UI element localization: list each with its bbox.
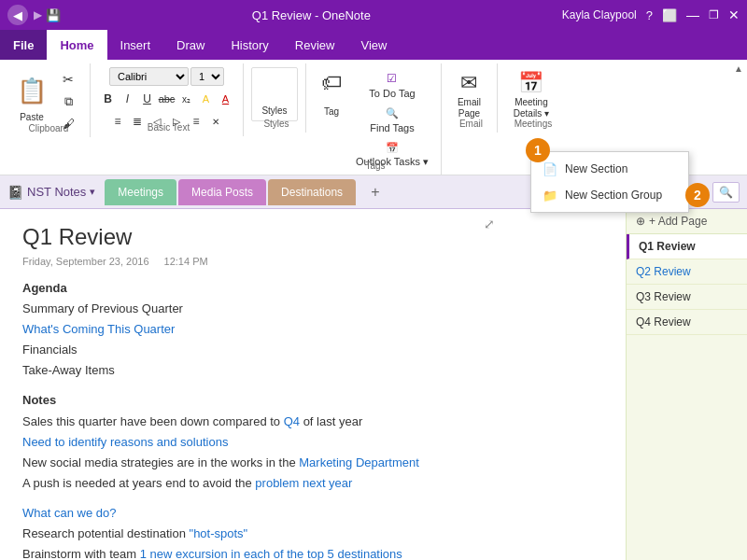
callout-1: 1 — [526, 138, 550, 162]
add-page-label: + Add Page — [649, 215, 707, 228]
italic-button[interactable]: I — [119, 90, 137, 108]
page-date-day: Friday, September 23, 2016 — [22, 256, 149, 267]
tag-button[interactable]: 🏷 Tag — [314, 67, 349, 121]
main-area: ⤢ Q1 Review Friday, September 23, 2016 1… — [0, 209, 747, 560]
notebook-name[interactable]: 📓 NST Notes ▾ — [7, 185, 95, 200]
section-dropdown-menu: 📄 New Section 📁 New Section Group — [530, 151, 689, 213]
ribbon-collapse-button[interactable]: ▲ — [734, 63, 743, 74]
back-button[interactable]: ◀ — [7, 5, 28, 25]
menu-insert[interactable]: Insert — [107, 30, 164, 60]
subscript-button[interactable]: x₂ — [177, 90, 196, 108]
section-tab-destinations[interactable]: Destinations — [268, 179, 356, 205]
font-size-selector[interactable]: 11 — [190, 67, 224, 86]
new-section-item[interactable]: 📄 New Section — [531, 156, 688, 182]
meeting-details-button[interactable]: 📅 Meeting Details ▾ — [505, 67, 557, 123]
styles-button[interactable]: Styles — [251, 67, 298, 121]
font-color-button[interactable]: A — [217, 90, 235, 108]
notes-label: Notes — [22, 390, 603, 411]
styles-group: Styles Styles — [247, 63, 306, 133]
search-icon: 🔍 — [719, 186, 733, 199]
search-bar[interactable]: 🔍 — [712, 182, 740, 203]
page-date: Friday, September 23, 2016 12:14 PM — [22, 256, 603, 267]
agenda-label: Agenda — [22, 278, 603, 299]
clipboard-group: 📋 Paste ✂ ⧉ 🖌 Clipboard — [7, 63, 91, 137]
notes-line-1: Sales this quarter have been down compar… — [22, 412, 603, 432]
todo-tag-button[interactable]: ☑ To Do Tag — [351, 69, 433, 102]
page-body: Agenda Summary of Previous Quarter What'… — [22, 278, 603, 560]
title-bar-left: ◀ ▶ 💾 — [7, 5, 61, 25]
add-section-button[interactable]: + — [358, 179, 392, 205]
new-section-label: New Section — [565, 162, 627, 175]
page-content: ⤢ Q1 Review Friday, September 23, 2016 1… — [0, 209, 626, 560]
menu-draw[interactable]: Draw — [163, 30, 218, 60]
bold-button[interactable]: B — [99, 90, 118, 108]
email-group: ✉ Email Page Email — [445, 63, 498, 133]
question-line: What can we do? — [22, 503, 603, 524]
add-page-button[interactable]: ⊕ + Add Page — [627, 209, 747, 234]
pages-panel: ⊕ + Add Page Q1 Review Q2 Review Q3 Revi… — [626, 209, 747, 560]
body-line-2: What's Coming This Quarter — [22, 319, 603, 340]
restore-button[interactable]: ❐ — [709, 8, 719, 21]
page-date-time: 12:14 PM — [164, 256, 208, 267]
section-tab-meetings[interactable]: Meetings — [105, 179, 176, 205]
page-item-q1[interactable]: Q1 Review — [627, 234, 747, 259]
menu-review[interactable]: Review — [282, 30, 348, 60]
find-tags-button[interactable]: 🔍 Find Tags — [351, 105, 433, 136]
page-item-q3[interactable]: Q3 Review — [627, 285, 747, 310]
title-bar: ◀ ▶ 💾 Q1 Review - OneNote Kayla Claypool… — [0, 0, 747, 30]
new-section-icon: 📄 — [543, 161, 557, 176]
body-line-1: Summary of Previous Quarter — [22, 299, 603, 319]
user-name: Kayla Claypool — [562, 8, 637, 21]
new-section-group-icon: 📁 — [543, 188, 557, 203]
menu-history[interactable]: History — [218, 30, 281, 60]
menu-bar: File Home Insert Draw History Review Vie… — [0, 30, 747, 60]
close-button[interactable]: ✕ — [728, 7, 740, 22]
help-icon[interactable]: ? — [646, 8, 653, 22]
body-line-3: Financials — [22, 340, 603, 360]
notebook-label: NST Notes — [27, 185, 86, 199]
page-item-q4[interactable]: Q4 Review — [627, 310, 747, 335]
section-tab-media[interactable]: Media Posts — [178, 179, 266, 205]
font-selector[interactable]: Calibri — [109, 67, 189, 86]
new-section-group-item[interactable]: 📁 New Section Group — [531, 182, 688, 208]
paste-button[interactable]: 📋 Paste — [11, 73, 52, 127]
minimize-button[interactable]: — — [686, 7, 699, 22]
menu-home[interactable]: Home — [47, 30, 106, 60]
tags-group: 🏷 Tag ☑ To Do Tag 🔍 Find Tags 📅 Outlook … — [310, 63, 442, 175]
quick-access: ▶ 💾 — [34, 8, 61, 22]
page-title: Q1 Review — [22, 224, 603, 250]
underline-button[interactable]: U — [138, 90, 157, 108]
window-title: Q1 Review - OneNote — [61, 8, 562, 22]
notes-line-4: A push is needed at years end to avoid t… — [22, 473, 603, 494]
page-item-q2[interactable]: Q2 Review — [627, 259, 747, 285]
menu-view[interactable]: View — [347, 30, 400, 60]
callout-2: 2 — [685, 183, 710, 207]
brainstorm-line: Brainstorm with team 1 new excursion in … — [22, 544, 603, 560]
notes-line-3: New social media strategies are in the w… — [22, 453, 603, 473]
email-page-button[interactable]: ✉ Email Page — [452, 67, 486, 123]
add-icon: ⊕ — [636, 215, 645, 228]
title-bar-right: Kayla Claypool ? ⬜ — ❐ ✕ — [562, 7, 740, 22]
copy-button[interactable]: ⧉ — [54, 91, 82, 112]
notebook-chevron: ▾ — [90, 186, 95, 198]
cut-button[interactable]: ✂ — [54, 69, 82, 90]
notebook-icon: 📓 — [7, 185, 23, 200]
meetings-group: 📅 Meeting Details ▾ Meetings — [501, 63, 565, 133]
notes-line-2: Need to identify reasons and solutions — [22, 432, 603, 453]
highlight-button[interactable]: A — [197, 90, 216, 108]
expand-icon[interactable]: ⤢ — [484, 217, 495, 231]
fullscreen-icon[interactable]: ⬜ — [662, 8, 677, 22]
body-line-4: Take-Away Items — [22, 360, 603, 381]
strikethrough-button[interactable]: abc — [158, 90, 176, 108]
menu-file[interactable]: File — [0, 30, 47, 60]
research-line: Research potential destination "hot-spot… — [22, 524, 603, 544]
save-icon[interactable]: 💾 — [46, 8, 61, 22]
basic-text-group: Calibri 11 B I U abc x₂ A A ≡ ≣ ◁ ▷ ≡ — [94, 63, 244, 136]
forward-icon[interactable]: ▶ — [34, 8, 42, 21]
new-section-group-label: New Section Group — [565, 189, 662, 202]
